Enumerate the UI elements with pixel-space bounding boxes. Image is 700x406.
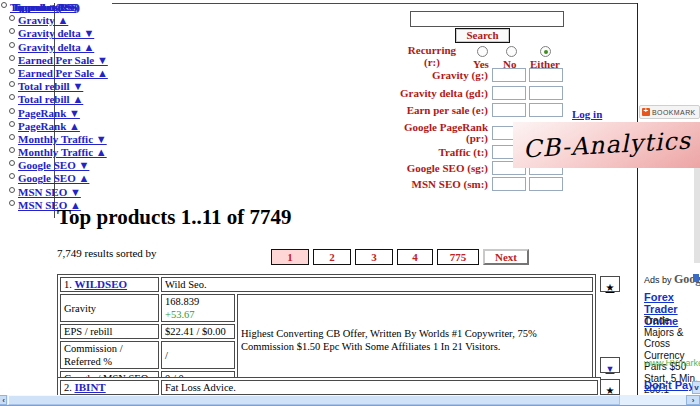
- recurring-radio-yes[interactable]: [477, 46, 488, 57]
- ads-divider: [637, 3, 638, 395]
- sort-link[interactable]: Earned Per Sale ▼: [18, 54, 108, 66]
- expand-dropdown-button[interactable]: ▼: [600, 357, 620, 373]
- bullet-icon: [9, 173, 15, 179]
- product-name-cell: Wild Seo.: [161, 277, 593, 292]
- product-header-row: 1. WILDSEO Wild Seo.: [60, 277, 593, 292]
- login-link[interactable]: Log in: [572, 108, 602, 120]
- stat-label: Gravity: [60, 294, 159, 322]
- product-description: Highest Converting CB Offer, Written By …: [237, 294, 593, 386]
- sidebar-item-rebill-desc: Total rebill ▼: [0, 80, 160, 93]
- filter-row-earn-per-sale: Earn per sale (e:): [398, 103, 566, 117]
- site-logo: CB-Analytics: [513, 122, 700, 168]
- table-row: Gravity 168.839 +53.67 Highest Convertin…: [60, 294, 593, 322]
- search-input[interactable]: [410, 11, 564, 27]
- bullet-icon: [9, 147, 15, 153]
- recurring-radio-either[interactable]: [540, 46, 551, 57]
- sort-link[interactable]: Total rebill ▲: [18, 93, 83, 105]
- product-rank-cell: 2. IBINT: [60, 380, 159, 395]
- ad-url[interactable]: www.HYmarkets.com/a: [644, 358, 700, 368]
- gravity-max-input[interactable]: [529, 68, 563, 82]
- gravity-delta-max-input[interactable]: [529, 86, 563, 100]
- filter-row-gravity: Gravity (g:): [398, 68, 566, 82]
- scroll-right-button[interactable]: ›: [686, 395, 700, 405]
- sort-link[interactable]: PageRank ▲: [18, 120, 80, 132]
- page-button-775[interactable]: 775: [437, 249, 479, 265]
- sort-link[interactable]: Monthly Traffic ▲: [18, 146, 107, 158]
- sidebar-item-traffic-asc: Monthly Traffic ▲: [0, 146, 160, 159]
- msn-seo-min-input[interactable]: [492, 177, 526, 191]
- horizontal-scrollbar[interactable]: ‹ ›: [0, 395, 700, 406]
- filter-label: MSN SEO (sm:): [398, 179, 488, 190]
- next-page-button[interactable]: Next: [483, 249, 529, 265]
- scroll-left-button[interactable]: ‹: [0, 395, 7, 405]
- stat-value: $22.41 / $0.00: [161, 324, 235, 339]
- bullet-icon: [9, 134, 15, 140]
- page-button-3[interactable]: 3: [355, 249, 393, 265]
- stat-value: 168.839 +53.67: [161, 294, 235, 322]
- earn-per-sale-min-input[interactable]: [492, 103, 526, 117]
- sidebar-item-rss: Top products (RSS): [0, 1, 160, 14]
- sidebar-item-gravity-delta-desc: Gravity delta ▼: [0, 27, 160, 40]
- ad-link-dont-pay[interactable]: Don't Pay To Get: [644, 379, 692, 391]
- sort-link[interactable]: Monthly Traffic ▼: [18, 133, 107, 145]
- stat-label: EPS / rebill: [60, 324, 159, 339]
- page-button-4[interactable]: 4: [397, 249, 433, 265]
- bullet-icon: [9, 187, 15, 193]
- search-button[interactable]: Search: [455, 28, 510, 43]
- recurring-code-text: (r:): [403, 56, 461, 68]
- earn-per-sale-max-input[interactable]: [529, 103, 563, 117]
- product-id-link[interactable]: WILDSEO: [75, 278, 128, 290]
- filter-label: Google SEO (sg:): [398, 163, 488, 174]
- star-icon: ★: [606, 281, 615, 295]
- cb-analytics-page: Top products (RSS) Gravity ▲ Gravity del…: [0, 0, 700, 406]
- top-divider: [112, 3, 637, 4]
- sort-link[interactable]: Google SEO ▲: [18, 172, 89, 184]
- bookmark-button[interactable]: BOOKMARK: [639, 105, 700, 119]
- sidebar-item-google-seo-asc: Google SEO ▲: [0, 172, 160, 185]
- stat-label: Commission / Referred %: [60, 341, 159, 369]
- sidebar-item-pagerank-desc: PageRank ▼: [0, 107, 160, 120]
- page-button-1[interactable]: 1: [271, 249, 309, 265]
- sidebar-item-google-seo-desc: Google SEO ▼: [0, 159, 160, 172]
- product-header-row: 2. IBINT Fat Loss Advice.: [60, 380, 598, 395]
- bullet-icon: [9, 42, 15, 48]
- adsense-badge-icon: [693, 274, 700, 282]
- recurring-radio-no[interactable]: [506, 46, 517, 57]
- product-rank: 2.: [64, 382, 72, 393]
- ads-scroll-down-button[interactable]: v: [692, 381, 700, 394]
- filter-label: Gravity delta (gd:): [398, 88, 488, 99]
- sort-link[interactable]: PageRank ▼: [18, 107, 80, 119]
- bullet-icon: [9, 28, 15, 34]
- sort-link[interactable]: Earned Per Sale ▲: [18, 67, 108, 79]
- bookmark-label: BOOKMARK: [652, 109, 696, 116]
- sort-link[interactable]: MSN SEO ▼: [18, 186, 81, 198]
- sidebar-item-gravity-delta-asc: Gravity delta ▲: [0, 41, 160, 54]
- bullet-icon: [9, 160, 15, 166]
- gravity-delta-value: +53.67: [165, 309, 195, 320]
- gravity-min-input[interactable]: [492, 68, 526, 82]
- favorite-star-button-1[interactable]: ★: [600, 276, 620, 292]
- sort-link[interactable]: Gravity ▲: [18, 14, 68, 26]
- filter-label: Google PageRank (pr:): [398, 122, 488, 144]
- filter-row-gravity-delta: Gravity delta (gd:): [398, 86, 566, 100]
- sort-link[interactable]: Gravity delta ▼: [18, 27, 94, 39]
- favorite-star-button-2[interactable]: ★: [600, 379, 620, 395]
- scrollbar-thumb[interactable]: [8, 395, 620, 405]
- sidebar-item-pagerank-asc: PageRank ▲: [0, 120, 160, 133]
- page-button-2[interactable]: 2: [313, 249, 351, 265]
- filter-label: Gravity (g:): [398, 70, 488, 81]
- filter-label: Traffic (t:): [398, 147, 488, 158]
- bullet-icon: [9, 55, 15, 61]
- product-id-link[interactable]: IBINT: [75, 381, 106, 393]
- product-name-cell: Fat Loss Advice.: [161, 380, 598, 395]
- sort-sidebar: Top products (RSS) Gravity ▲ Gravity del…: [0, 1, 160, 212]
- gravity-delta-min-input[interactable]: [492, 86, 526, 100]
- bookmark-icon: [642, 108, 650, 116]
- sidebar-item-rebill-asc: Total rebill ▲: [0, 93, 160, 106]
- sort-link[interactable]: Gravity delta ▲: [18, 41, 94, 53]
- msn-seo-max-input[interactable]: [529, 177, 563, 191]
- rss-link[interactable]: Top products (RSS): [12, 1, 77, 13]
- filter-row-msn-seo: MSN SEO (sm:): [398, 177, 566, 191]
- sort-link[interactable]: Google SEO ▼: [18, 159, 89, 171]
- sort-link[interactable]: Total rebill ▼: [18, 80, 83, 92]
